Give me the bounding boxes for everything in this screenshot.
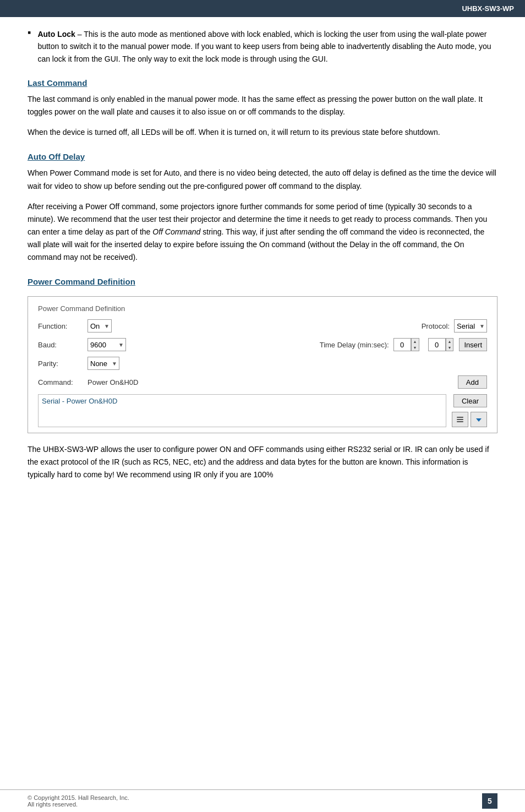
- power-cmd-description: The UHBX-SW3-WP allows the user to confi…: [28, 443, 497, 481]
- bullet-item-autolock: ▪ Auto Lock – This is the auto mode as m…: [28, 28, 497, 65]
- function-select[interactable]: On Off: [88, 319, 112, 333]
- power-command-box: Power Command Definition Function: On Of…: [28, 296, 497, 433]
- list-item: Serial - Power On&H0D: [42, 397, 117, 405]
- protocol-select[interactable]: Serial IR: [454, 319, 487, 333]
- insert-button[interactable]: Insert: [459, 338, 487, 351]
- power-cmd-box-title: Power Command Definition: [38, 304, 487, 313]
- protocol-select-wrap[interactable]: Serial IR ▼: [454, 319, 487, 333]
- time-delay-label: Time Delay (min:sec):: [320, 341, 389, 349]
- svg-rect-1: [457, 417, 463, 418]
- protocol-label: Protocol:: [422, 322, 450, 330]
- parity-label: Parity:: [38, 359, 88, 368]
- command-row: Command: Power On&H0D Add: [38, 375, 487, 389]
- baud-label: Baud:: [38, 341, 88, 349]
- header-bar: UHBX-SW3-WP: [0, 0, 525, 17]
- rights: All rights reserved.: [28, 801, 129, 808]
- baud-select[interactable]: 9600 115200: [88, 338, 126, 351]
- bullet-marker: ▪: [28, 27, 31, 39]
- time-delay-min-spinner: ▲ ▼: [411, 338, 419, 351]
- icon-row: [452, 412, 487, 427]
- model-label: UHBX-SW3-WP: [462, 4, 514, 13]
- bullet-text: Auto Lock – This is the auto mode as men…: [37, 28, 497, 65]
- time-delay-min-group: ▲ ▼: [393, 338, 419, 351]
- parity-select[interactable]: None Even Odd: [88, 357, 119, 370]
- heading-last-command: Last Command: [28, 78, 497, 88]
- time-delay-min-input[interactable]: [393, 338, 411, 351]
- svg-marker-3: [476, 418, 482, 422]
- move-up-icon: [456, 415, 464, 424]
- parity-row: Parity: None Even Odd ▼: [38, 357, 487, 370]
- content-area: ▪ Auto Lock – This is the auto mode as m…: [0, 17, 525, 533]
- footer: © Copyright 2015. Hall Research, Inc. Al…: [0, 789, 525, 812]
- time-delay-min-up[interactable]: ▲: [412, 339, 419, 345]
- time-delay-sec-down[interactable]: ▼: [446, 345, 453, 351]
- protocol-group: Protocol: Serial IR ▼: [422, 319, 487, 333]
- copyright: © Copyright 2015. Hall Research, Inc.: [28, 794, 129, 801]
- heading-auto-off-delay: Auto Off Delay: [28, 152, 497, 161]
- bullet-dash: –: [78, 30, 84, 39]
- clear-button[interactable]: Clear: [453, 394, 487, 407]
- baud-select-wrap[interactable]: 9600 115200 ▼: [88, 338, 126, 351]
- bullet-term: Auto Lock: [37, 30, 75, 39]
- auto-off-delay-para2: After receiving a Power Off command, som…: [28, 200, 497, 264]
- move-down-button[interactable]: [471, 412, 487, 427]
- time-delay-sec-up[interactable]: ▲: [446, 339, 453, 345]
- heading-power-command: Power Command Definition: [28, 277, 497, 286]
- baud-timedelay-row: Baud: 9600 115200 ▼ Time Delay (min:sec)…: [38, 338, 487, 351]
- function-select-wrap[interactable]: On Off ▼: [88, 319, 112, 333]
- command-label: Command:: [38, 378, 88, 386]
- list-area: Serial - Power On&H0D Clear: [38, 394, 487, 427]
- page: UHBX-SW3-WP ▪ Auto Lock – This is the au…: [0, 0, 525, 812]
- parity-select-wrap[interactable]: None Even Odd ▼: [88, 357, 119, 370]
- time-delay-min-down[interactable]: ▼: [412, 345, 419, 351]
- last-command-para2: When the device is turned off, all LEDs …: [28, 126, 497, 139]
- move-down-icon: [474, 415, 483, 424]
- svg-rect-0: [457, 419, 463, 420]
- function-label: Function:: [38, 322, 88, 330]
- list-actions: Clear: [452, 394, 487, 427]
- auto-off-delay-para1: When Power Command mode is set for Auto,…: [28, 167, 497, 192]
- last-command-para1: The last command is only enabled in the …: [28, 93, 497, 118]
- time-delay-group: Time Delay (min:sec): ▲ ▼ ▲ ▼: [320, 338, 487, 351]
- time-delay-sec-spinner: ▲ ▼: [446, 338, 454, 351]
- time-delay-sec-group: ▲ ▼: [428, 338, 454, 351]
- list-box[interactable]: Serial - Power On&H0D: [38, 394, 446, 427]
- time-delay-sec-input[interactable]: [428, 338, 446, 351]
- svg-rect-2: [457, 421, 463, 422]
- add-button[interactable]: Add: [458, 375, 487, 389]
- move-up-button[interactable]: [452, 412, 468, 427]
- function-protocol-row: Function: On Off ▼ Protocol: Serial IR: [38, 319, 487, 333]
- bullet-section: ▪ Auto Lock – This is the auto mode as m…: [28, 28, 497, 65]
- bullet-body: This is the auto mode as mentioned above…: [37, 30, 491, 63]
- off-command-italic: Off Command: [152, 227, 200, 236]
- page-number: 5: [482, 793, 497, 809]
- command-value: Power On&H0D: [88, 378, 458, 386]
- footer-text: © Copyright 2015. Hall Research, Inc. Al…: [28, 794, 129, 808]
